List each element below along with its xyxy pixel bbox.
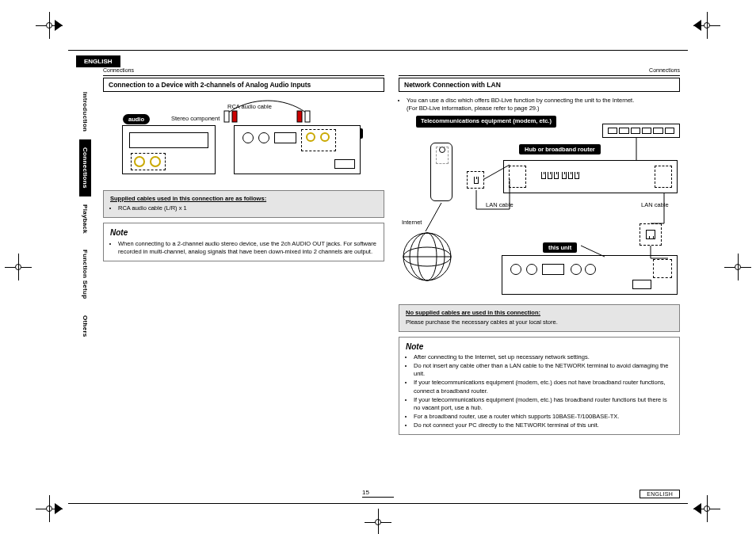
supplied-cables-box: Supplied cables used in this connection … <box>103 190 384 218</box>
stereo-component-label: Stereo component <box>171 115 220 122</box>
crop-mark <box>36 495 63 522</box>
manual-page: ENGLISH Introduction Connections Playbac… <box>0 0 756 534</box>
crop-mark <box>5 254 32 280</box>
crop-mark <box>693 12 720 39</box>
crop-mark <box>36 12 63 39</box>
right-column: Connections Network Connection with LAN … <box>399 67 680 486</box>
note-item: If your telecommunications equipment (mo… <box>414 379 673 395</box>
breadcrumb-right: Connections <box>649 67 680 73</box>
note-item: After connecting to the Internet, set up… <box>414 353 673 361</box>
svg-line-9 <box>426 203 441 231</box>
tab-connections: Connections <box>79 139 91 196</box>
no-supplied-title: No supplied cables are used in this conn… <box>406 309 673 317</box>
no-supplied-box: No supplied cables are used in this conn… <box>399 304 680 331</box>
crop-mark <box>724 254 751 280</box>
note-box-right: Note After connecting to the Internet, s… <box>399 337 680 436</box>
svg-rect-3 <box>232 111 237 122</box>
rca-cable-icon <box>220 98 315 130</box>
crop-mark <box>693 495 720 522</box>
language-tab-bottom: ENGLISH <box>640 490 680 498</box>
section-title-lan: Network Connection with LAN <box>399 78 680 92</box>
note-item: Do not connect your PC directly to the N… <box>414 421 673 429</box>
language-tab-top: ENGLISH <box>76 55 120 67</box>
lan-wiring-icon <box>399 116 684 299</box>
note-item: When connecting to a 2-channel audio ste… <box>118 240 377 256</box>
svg-rect-1 <box>305 111 310 122</box>
svg-line-11 <box>484 165 510 179</box>
lan-intro-line: You can use a disc which offers BD-Live … <box>407 97 680 113</box>
breadcrumb-left: Connections <box>103 67 134 73</box>
page-number: 15 <box>362 489 394 498</box>
analog-audio-diagram: audio Stereo component RCA audio cable t… <box>103 97 384 185</box>
no-supplied-body: Please purchase the necessary cables at … <box>406 318 673 326</box>
lan-intro: You can use a disc which offers BD-Live … <box>399 97 680 113</box>
note-box-left: Note When connecting to a 2-channel audi… <box>103 223 384 261</box>
page-rule-top <box>68 50 688 51</box>
note-item: If your telecommunications equipment (mo… <box>414 396 673 412</box>
bd-player-rear-icon <box>234 125 361 174</box>
page-columns: Connections Connection to a Device with … <box>103 67 680 486</box>
svg-line-12 <box>581 246 605 257</box>
tab-introduction: Introduction <box>79 84 91 139</box>
tab-function-setup: Function Setup <box>79 242 91 307</box>
svg-rect-0 <box>224 111 229 122</box>
note-heading: Note <box>110 227 377 238</box>
lan-diagram: Telecommunications equipment (modem, etc… <box>399 116 680 299</box>
page-rule-bottom <box>68 503 688 504</box>
svg-rect-2 <box>297 111 302 122</box>
tab-others: Others <box>79 307 91 345</box>
section-title-analog: Connection to a Device with 2-channels o… <box>103 78 384 92</box>
left-column: Connections Connection to a Device with … <box>103 67 384 486</box>
note-heading: Note <box>406 341 673 353</box>
crop-mark <box>365 509 391 534</box>
note-item: For a broadband router, use a router whi… <box>414 413 673 421</box>
note-item: Do not insert any cable other than a LAN… <box>414 362 673 378</box>
side-tabs: Introduction Connections Playback Functi… <box>76 84 94 345</box>
stereo-component-icon <box>122 125 216 174</box>
audio-pill: audio <box>123 114 150 124</box>
tab-playback: Playback <box>79 196 91 242</box>
supplied-item: RCA audio cable (L/R) x 1 <box>118 204 377 212</box>
supplied-title: Supplied cables used in this connection … <box>110 195 377 203</box>
